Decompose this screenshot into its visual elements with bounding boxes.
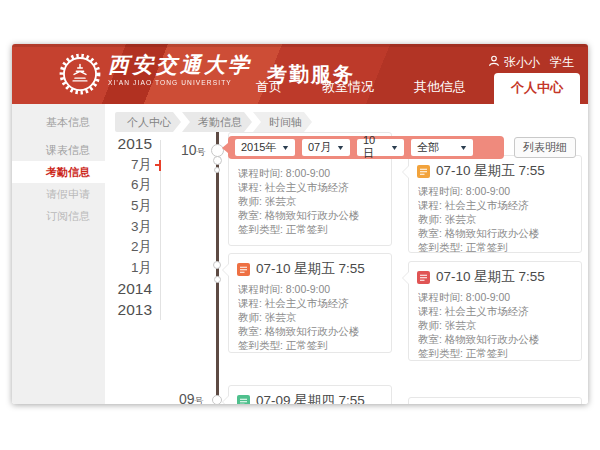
card-field: 教师: 张芸京 [418,212,573,226]
day-dropdown[interactable]: 10日▼ [357,139,404,156]
card-field: 教师: 张芸京 [418,318,573,332]
university-name-en: XI'AN JIAO TONG UNIVERSITY [108,80,252,87]
card-pointer [403,272,409,284]
card-field: 教师: 张芸京 [238,194,383,208]
timeline-month-2月[interactable]: 2月 [105,237,152,258]
timeline-month-6月[interactable]: 6月 [105,175,152,196]
user-role: 学生 [550,54,574,71]
xjtu-emblem-icon [58,52,102,100]
nav-personal-center-active[interactable]: 个人中心 [494,73,580,104]
sidebar-item-attendance[interactable]: 考勤信息 [12,161,105,183]
breadcrumb-attendance-info[interactable]: 考勤信息 [182,112,252,132]
timeline-months: 20157月6月5月3月2月1月20142013 [105,134,152,320]
card-field: 教室: 格物致知行政办公楼 [238,324,383,338]
page: 西安交通大学 XI'AN JIAO TONG UNIVERSITY 考勤服务 张… [0,0,600,450]
year-dropdown[interactable]: 2015年▼ [235,139,295,156]
timeline-month-1月[interactable]: 1月 [105,258,152,279]
timeline-node [213,261,221,269]
card-field: 签到类型: 正常签到 [418,240,573,254]
university-brand: 西安交通大学 XI'AN JIAO TONG UNIVERSITY [108,54,252,87]
calendar-icon [237,395,250,405]
card-field: 签到类型: 正常签到 [238,222,383,236]
day-marker-10: 10号 [181,142,206,159]
person-icon [488,55,500,70]
card-field: 课程时间: 8:00-9:00 [238,282,383,296]
nav-home[interactable]: 首页 [236,78,302,104]
attendance-card[interactable]: 07-10 星期五 7:55课程时间: 8:00-9:00课程: 社会主义市场经… [408,155,582,253]
calendar-icon [417,165,430,178]
attendance-card[interactable]: 07-09 星期四 7:55 [228,385,392,404]
sidebar: 基本信息 课表信息 考勤信息 请假申请 订阅信息 [12,104,105,404]
card-field: 课程: 社会主义市场经济 [418,304,573,318]
chevron-down-icon: ▼ [281,144,290,151]
timeline-node [214,167,220,173]
card-date-title: 07-10 星期五 7:55 [436,162,545,180]
breadcrumb-personal-center[interactable]: 个人中心 [115,112,181,132]
main-panel: 个人中心 考勤信息 时间轴 20157月6月5月3月2月1月20142013 1… [105,104,588,404]
card-field: 签到类型: 正常签到 [418,346,573,360]
card-date-title: 07-10 星期五 7:55 [256,260,365,278]
card-field: 教师: 张芸京 [238,310,383,324]
calendar-icon [237,263,250,276]
chevron-down-icon: ▼ [459,144,468,151]
breadcrumb-timeline[interactable]: 时间轴 [253,112,312,132]
type-dropdown[interactable]: 全部▼ [411,139,473,156]
card-field: 教室: 格物致知行政办公楼 [418,226,573,240]
timeline-year-2015[interactable]: 2015 [105,134,152,155]
attendance-app-window: 西安交通大学 XI'AN JIAO TONG UNIVERSITY 考勤服务 张… [12,44,588,404]
filter-bar: 2015年▼ 07月▼ 10日▼ 全部▼ [228,136,504,159]
attendance-card[interactable]: 07-10 星期五 7:55课程时间: 8:00-9:00课程: 社会主义市场经… [228,253,392,353]
card-field: 课程: 社会主义市场经济 [418,198,573,212]
user-name: 张小小 [504,54,540,71]
sidebar-item-leave-request[interactable]: 请假申请 [12,183,105,205]
timeline-month-5月[interactable]: 5月 [105,196,152,217]
list-detail-button[interactable]: 列表明细 [514,137,576,158]
card-date-title: 07-09 星期四 7:55 [256,392,365,404]
card-date-title: 07-10 星期五 7:55 [436,268,545,286]
sidebar-item-timetable[interactable]: 课表信息 [12,139,105,161]
card-field: 课程: 社会主义市场经济 [238,296,383,310]
card-field: 教室: 格物致知行政办公楼 [418,332,573,346]
card-pointer [223,264,229,276]
timeline-node [213,156,222,165]
breadcrumb: 个人中心 考勤信息 时间轴 [115,112,313,132]
chevron-down-icon: ▼ [336,144,345,151]
attendance-card[interactable]: 07-10 星期五 7:55课程时间: 8:00-9:00课程: 社会主义市场经… [408,261,582,361]
sidebar-item-subscription[interactable]: 订阅信息 [12,205,105,227]
app-header: 西安交通大学 XI'AN JIAO TONG UNIVERSITY 考勤服务 张… [12,44,588,104]
card-pointer [403,166,409,178]
user-info[interactable]: 张小小 学生 [488,54,574,71]
app-body: 基本信息 课表信息 考勤信息 请假申请 订阅信息 个人中心 考勤信息 时间轴 2… [12,104,588,404]
card-field: 课程: 社会主义市场经济 [238,180,383,194]
chevron-down-icon: ▼ [390,144,399,151]
timeline-month-3月[interactable]: 3月 [105,217,152,238]
main-nav: 首页 教室情况 其他信息 个人中心 [236,73,580,104]
card-field: 课程时间: 8:00-9:00 [418,184,573,198]
card-field: 课程时间: 8:00-9:00 [418,290,573,304]
month-dropdown[interactable]: 07月▼ [302,139,350,156]
timeline-year-2013[interactable]: 2013 [105,300,152,321]
timeline-node [212,395,222,404]
timeline-month-7月[interactable]: 7月 [105,155,152,176]
timeline-year-2014[interactable]: 2014 [105,279,152,300]
sidebar-item-basic-info[interactable]: 基本信息 [12,111,105,133]
nav-classroom-status[interactable]: 教室情况 [302,78,394,104]
card-field: 教室: 格物致知行政办公楼 [238,208,383,222]
day-marker-09: 09号 [179,391,204,404]
nav-other-info[interactable]: 其他信息 [394,78,486,104]
calendar-icon [417,271,430,284]
university-name-cn: 西安交通大学 [108,54,252,75]
timeline-node [214,276,221,283]
card-field: 签到类型: 正常签到 [238,338,383,352]
card-field: 课程时间: 8:00-9:00 [238,166,383,180]
attendance-card[interactable] [408,397,582,404]
card-pointer [223,396,229,404]
current-month-tick [159,160,161,171]
